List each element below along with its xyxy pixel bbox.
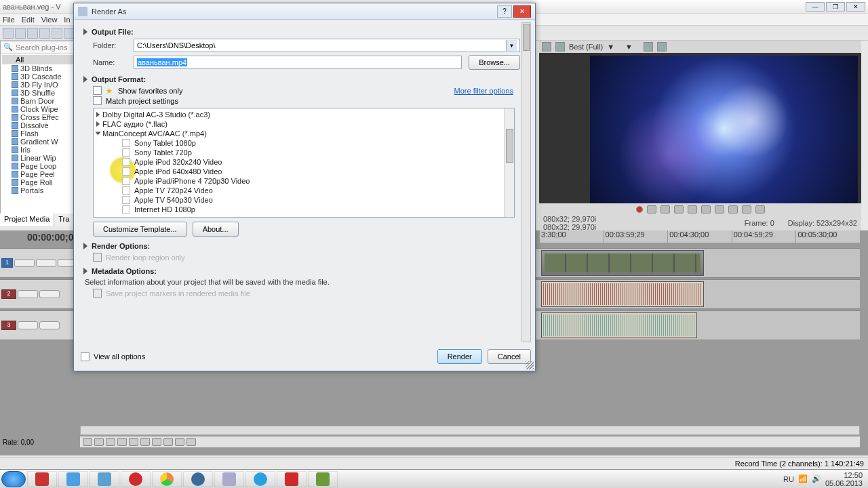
preview-viewport[interactable] — [590, 56, 858, 218]
taskbar-app[interactable] — [27, 471, 57, 487]
format-template[interactable]: Internet HD 1080p — [95, 205, 503, 214]
format-scrollbar[interactable] — [505, 108, 514, 217]
folder-combo[interactable]: C:\Users\DNS\Desktop\ ▼ — [134, 39, 520, 52]
resize-grip[interactable] — [526, 361, 534, 369]
track-header[interactable]: 3 — [0, 311, 80, 340]
track-mute-icon[interactable] — [18, 290, 38, 298]
section-metadata-options[interactable]: Metadata Options: — [83, 267, 520, 275]
taskbar-skype[interactable] — [245, 471, 275, 487]
favorite-star-icon[interactable] — [122, 139, 130, 147]
play-from-start-icon[interactable] — [674, 205, 684, 214]
show-favorites-checkbox[interactable] — [93, 86, 102, 95]
format-template[interactable]: Apple TV 540p30 Video — [95, 195, 503, 205]
record-icon[interactable] — [83, 438, 92, 446]
chevron-down-icon[interactable]: ▼ — [506, 40, 517, 51]
tree-item[interactable]: 3D Cascade — [2, 73, 76, 81]
taskbar-app2[interactable] — [183, 471, 213, 487]
taskbar-opera[interactable] — [121, 471, 151, 487]
toolbar-open-icon[interactable] — [15, 28, 26, 39]
browse-button[interactable]: Browse... — [469, 55, 520, 70]
record-icon[interactable] — [636, 206, 643, 213]
toolbar-save-icon[interactable] — [27, 28, 38, 39]
dialog-help-button[interactable]: ? — [497, 5, 512, 18]
favorite-star-icon[interactable] — [122, 177, 130, 185]
tray-network-icon[interactable]: 📶 — [798, 474, 808, 483]
track-solo-icon[interactable] — [39, 321, 60, 329]
tree-item[interactable]: Clock Wipe — [2, 105, 76, 113]
section-output-file[interactable]: Output File: — [83, 28, 520, 36]
loop-icon[interactable] — [94, 438, 104, 446]
menu-file[interactable]: File — [3, 16, 15, 24]
menu-view[interactable]: View — [41, 16, 58, 24]
next-frame-icon[interactable] — [186, 438, 196, 446]
tree-all[interactable]: All — [2, 55, 76, 64]
format-template[interactable]: Apple iPod 320x240 Video — [95, 157, 503, 167]
chevron-down-icon[interactable]: ▼ — [625, 43, 633, 51]
plugin-search[interactable]: 🔍 Search plug-ins — [1, 41, 77, 54]
tray-volume-icon[interactable]: 🔊 — [812, 474, 821, 483]
tab-transitions[interactable]: Tra — [54, 214, 74, 226]
tree-item[interactable]: Linear Wip — [2, 154, 76, 162]
tree-item[interactable]: Iris — [2, 146, 76, 154]
tray-lang[interactable]: RU — [783, 475, 794, 483]
play-icon[interactable] — [660, 205, 670, 214]
format-category[interactable]: FLAC аудио (*.flac) — [95, 119, 503, 129]
dialog-scrollbar[interactable] — [521, 22, 531, 342]
track-mute-icon[interactable] — [18, 321, 38, 329]
favorite-star-icon[interactable] — [122, 205, 130, 214]
maximize-button[interactable]: ❐ — [826, 2, 845, 12]
taskbar-acrobat[interactable] — [277, 471, 307, 487]
tree-item[interactable]: Page Roll — [2, 178, 76, 186]
close-button[interactable]: ✕ — [846, 2, 865, 12]
favorite-star-icon[interactable] — [122, 158, 130, 166]
stop-icon[interactable] — [701, 205, 711, 214]
name-input[interactable]: аваньван.mp4 — [134, 56, 462, 69]
format-template[interactable]: Apple iPod 640x480 Video — [95, 167, 503, 176]
tree-item[interactable]: 3D Blinds — [2, 64, 76, 73]
track-mute-icon[interactable] — [36, 259, 56, 267]
system-tray[interactable]: RU 📶 🔊 12:50 05.06.2013 — [783, 471, 867, 487]
prev-frame-icon[interactable] — [742, 205, 751, 214]
tree-item[interactable]: Barn Door — [2, 97, 76, 105]
taskbar-chrome[interactable] — [152, 471, 182, 487]
format-category[interactable]: MainConcept AVC/AAC (*.mp4) — [95, 129, 503, 138]
more-filter-link[interactable]: More filter options — [454, 87, 513, 95]
tree-item[interactable]: 3D Fly In/O — [2, 81, 76, 89]
dialog-close-button[interactable]: ✕ — [513, 5, 531, 18]
track-solo-icon[interactable] — [39, 290, 60, 298]
format-template[interactable]: Sony Tablet 720p — [95, 148, 503, 157]
timeline-timecode[interactable]: 00:00:00;00 — [27, 232, 79, 243]
customize-template-button[interactable]: Customize Template... — [93, 222, 187, 237]
toolbar-new-icon[interactable] — [3, 28, 14, 39]
scrollbar-thumb[interactable] — [506, 129, 513, 163]
preview-quality[interactable]: Best (Full) — [569, 43, 603, 51]
preview-overlay-icon[interactable] — [644, 42, 653, 52]
favorite-star-icon[interactable] — [122, 196, 130, 204]
taskbar-vegas[interactable] — [308, 471, 338, 487]
cancel-button[interactable]: Cancel — [488, 349, 531, 364]
time-ruler[interactable]: 3:30;00 00:03:59;29 00:04:30;00 00:04:59… — [539, 230, 860, 243]
minimize-button[interactable]: — — [806, 2, 825, 12]
tree-item[interactable]: 3D Shuffle — [2, 89, 76, 97]
tree-item[interactable]: Page Loop — [2, 162, 76, 170]
format-category[interactable]: Dolby Digital AC-3 Studio (*.ac3) — [95, 110, 503, 119]
taskbar-explorer[interactable] — [90, 471, 119, 487]
render-button[interactable]: Render — [437, 349, 482, 364]
preview-safe-icon[interactable] — [657, 42, 667, 52]
format-template[interactable]: Apple TV 720p24 Video — [95, 186, 503, 195]
favorite-star-icon[interactable] — [122, 148, 130, 157]
track-header[interactable]: 1 — [0, 249, 80, 277]
taskbar-ie[interactable] — [58, 471, 88, 487]
prev-frame-icon[interactable] — [175, 438, 184, 446]
tree-item[interactable]: Cross Effec — [2, 113, 76, 121]
format-list[interactable]: Dolby Digital AC-3 Studio (*.ac3) FLAC а… — [95, 110, 503, 216]
taskbar-app3[interactable] — [214, 471, 244, 487]
next-frame-icon[interactable] — [755, 205, 765, 214]
go-end-icon[interactable] — [163, 438, 173, 446]
start-button[interactable] — [1, 471, 26, 487]
section-render-options[interactable]: Render Options: — [83, 242, 520, 250]
tree-item[interactable]: Page Peel — [2, 170, 76, 178]
tree-item[interactable]: Gradient W — [2, 138, 76, 146]
match-project-checkbox[interactable] — [93, 96, 102, 105]
section-output-format[interactable]: Output Format: — [83, 75, 520, 83]
